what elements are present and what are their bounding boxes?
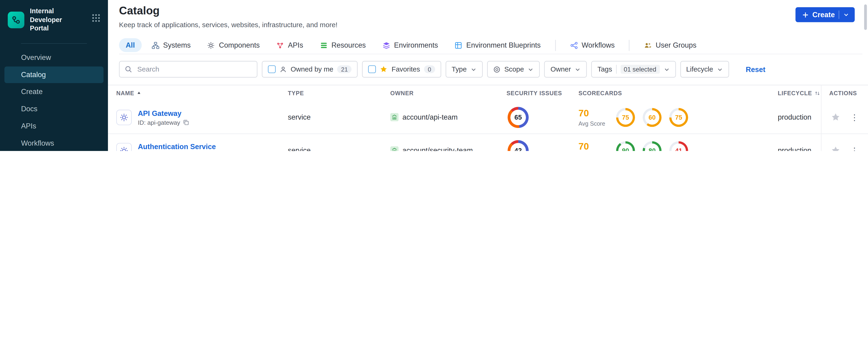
owned-by-me-label: Owned by me xyxy=(290,65,333,73)
scorecard-rings: 908041 xyxy=(616,141,688,151)
favorites-filter[interactable]: Favorites 0 xyxy=(362,61,441,78)
scorecard-ring[interactable]: 75 xyxy=(669,108,688,127)
vertical-scrollbar[interactable] xyxy=(864,4,867,30)
filter-row: Owned by me 21 Favorites 0 Type Scope Ow… xyxy=(119,61,862,78)
column-header-lifecycle[interactable]: LIFECYCLE xyxy=(778,90,821,96)
sort-asc-icon xyxy=(136,91,141,95)
scorecard-ring[interactable]: 41 xyxy=(669,141,688,151)
search-input[interactable] xyxy=(136,65,252,73)
owner-value[interactable]: account/security-team xyxy=(402,146,473,151)
tab-divider xyxy=(555,40,556,51)
kebab-menu-icon[interactable]: ⋮ xyxy=(850,146,859,151)
security-issues-value: 42 xyxy=(515,147,522,151)
copy-icon[interactable] xyxy=(183,119,190,126)
app-title-line1: Internal Developer xyxy=(30,7,86,24)
tab-label: Workflows xyxy=(582,41,615,50)
create-button[interactable]: Create xyxy=(795,7,855,22)
sidebar-item-docs[interactable]: Docs xyxy=(4,101,103,118)
create-button-label: Create xyxy=(812,10,835,19)
tab-environments[interactable]: Environments xyxy=(376,38,445,52)
scorecard-ring-hole: 75 xyxy=(618,110,633,124)
workflows-icon xyxy=(570,41,578,49)
scorecard-ring[interactable]: 60 xyxy=(643,108,661,127)
sidebar-item-create[interactable]: Create xyxy=(4,84,103,100)
favorite-star-icon[interactable] xyxy=(831,112,840,122)
name-stack: API GatewayID: api-gateway xyxy=(138,109,190,126)
type-filter-dropdown[interactable]: Type xyxy=(445,61,483,78)
lifecycle-cell: production xyxy=(778,146,821,151)
chevron-down-icon xyxy=(575,66,581,72)
reset-filters-link[interactable]: Reset xyxy=(746,65,765,73)
owner-value[interactable]: account/api-team xyxy=(402,113,458,121)
scorecard-ring[interactable]: 90 xyxy=(616,141,635,151)
scorecard-value: 90 xyxy=(622,147,629,151)
owner-filter-dropdown[interactable]: Owner xyxy=(545,61,587,78)
owned-by-me-checkbox[interactable] xyxy=(268,65,276,73)
sidebar-item-apis[interactable]: APIs xyxy=(4,118,103,135)
security-issues-ring[interactable]: 65 xyxy=(507,107,529,128)
org-icon xyxy=(391,146,399,151)
scorecard-value: 80 xyxy=(648,147,656,151)
avg-score-block: 70Avg Score xyxy=(579,108,615,127)
entity-name-link[interactable]: API Gateway xyxy=(138,109,190,117)
owned-by-me-count: 21 xyxy=(337,65,352,73)
tab-all[interactable]: All xyxy=(119,38,142,52)
security-cell: 65 xyxy=(506,107,578,128)
actions-cell: ⋮ xyxy=(821,134,868,151)
org-icon xyxy=(391,113,399,121)
tab-user-groups[interactable]: User Groups xyxy=(637,38,703,52)
column-header-name[interactable]: NAME xyxy=(116,90,288,96)
tab-resources[interactable]: Resources xyxy=(313,38,372,52)
sidebar-item-overview[interactable]: Overview xyxy=(4,49,103,66)
owner-cell: account/api-team xyxy=(391,113,507,121)
security-issues-ring[interactable]: 42 xyxy=(507,140,529,151)
scope-icon xyxy=(493,66,500,73)
tab-workflows[interactable]: Workflows xyxy=(563,38,621,52)
favorites-checkbox[interactable] xyxy=(368,65,376,73)
tags-filter-label: Tags xyxy=(597,65,612,73)
type-value: service xyxy=(288,113,311,121)
sidebar-item-workflows[interactable]: Workflows xyxy=(4,135,103,151)
entity-id: ID: api-gateway xyxy=(138,119,180,126)
name-cell: Authentication ServiceID: auth-service xyxy=(116,142,288,151)
sidebar-item-catalog[interactable]: Catalog xyxy=(4,66,103,83)
table-row: Authentication ServiceID: auth-servicese… xyxy=(108,134,868,151)
tab-label: User Groups xyxy=(656,41,696,50)
column-header-type: TYPE xyxy=(288,90,390,96)
avg-score-block: 70Avg Score xyxy=(579,141,615,151)
security-ring-hole: 65 xyxy=(510,110,526,125)
sort-both-icon xyxy=(814,90,820,96)
tags-filter-dropdown[interactable]: Tags 01 selected xyxy=(591,61,676,78)
owner-filter-label: Owner xyxy=(551,65,571,73)
lifecycle-filter-label: Lifecycle xyxy=(686,65,713,73)
entity-kind-tabs: AllSystemsComponentsAPIsResourcesEnviron… xyxy=(119,36,862,54)
systems-icon xyxy=(152,41,159,49)
scorecard-ring[interactable]: 80 xyxy=(643,141,661,151)
favorites-label: Favorites xyxy=(392,65,420,73)
entity-name-link[interactable]: Authentication Service xyxy=(138,142,216,150)
lifecycle-filter-dropdown[interactable]: Lifecycle xyxy=(680,61,729,78)
app-logo-icon[interactable] xyxy=(8,12,24,29)
tab-systems[interactable]: Systems xyxy=(145,38,197,52)
lifecycle-value: production xyxy=(778,146,811,151)
search-box[interactable] xyxy=(119,61,257,78)
tab-environment-blueprints[interactable]: Environment Blueprints xyxy=(448,38,547,52)
scorecard-ring[interactable]: 75 xyxy=(616,108,635,127)
favorite-star-icon[interactable] xyxy=(831,146,840,151)
owned-by-me-filter[interactable]: Owned by me 21 xyxy=(262,61,358,78)
type-cell: service xyxy=(288,113,390,121)
tab-label: Environments xyxy=(394,41,438,50)
app-title: Internal Developer Portal xyxy=(30,7,86,33)
avg-score-value: 70 xyxy=(579,141,615,151)
tab-apis[interactable]: APIs xyxy=(270,38,310,52)
scorecard-value: 75 xyxy=(675,114,682,121)
search-icon xyxy=(125,65,132,73)
tab-label: Resources xyxy=(332,41,366,50)
column-header-actions: ACTIONS xyxy=(821,85,868,101)
kebab-menu-icon[interactable]: ⋮ xyxy=(850,113,859,121)
scope-filter-label: Scope xyxy=(504,65,524,73)
tab-components[interactable]: Components xyxy=(201,38,267,52)
scope-filter-dropdown[interactable]: Scope xyxy=(487,61,540,78)
table-header: NAME TYPE OWNER SECURITY ISSUES SCORECAR… xyxy=(108,85,868,101)
apps-grid-icon[interactable] xyxy=(91,13,101,24)
